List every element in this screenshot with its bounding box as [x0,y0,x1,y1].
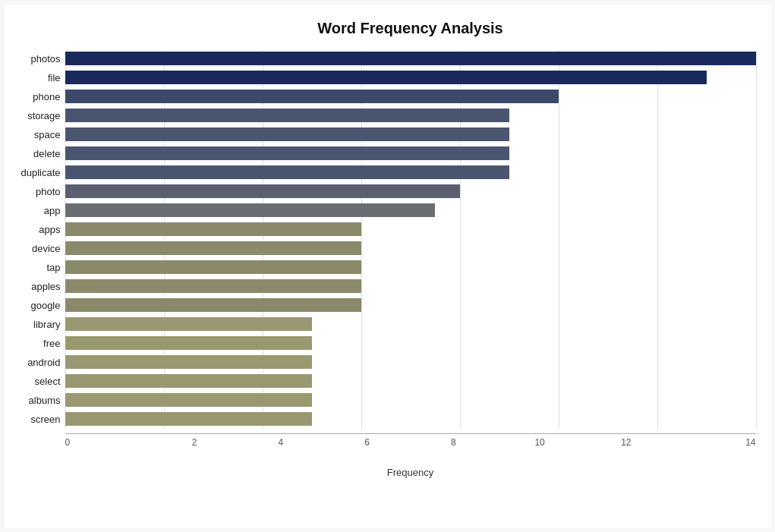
bar-row: library [65,315,756,334]
bar-fill [65,298,361,313]
bar-label: screen [6,414,61,425]
bar-row: albums [65,391,756,410]
chart-title: Word Frequency Analysis [65,20,756,37]
bar-label: apples [6,281,61,292]
x-tick-label: 0 [65,437,152,448]
bar-fill [65,260,361,275]
bar-fill [65,52,756,66]
bar-label: duplicate [6,167,61,178]
bar-row: phone [65,87,756,106]
bar-fill [65,374,312,389]
bar-fill [65,127,509,142]
x-tick-label: 2 [151,437,238,448]
bar-label: select [6,376,61,387]
bar-fill [65,412,312,427]
bar-row: space [65,125,756,144]
x-axis-label: Frequency [65,467,756,478]
bar-fill [65,336,312,351]
bar-fill [65,222,361,237]
bar-label: device [6,243,61,254]
bar-label: apps [6,224,61,235]
bar-label: phone [6,91,61,102]
bar-row: free [65,334,756,353]
bar-fill [65,241,361,256]
bar-label: free [6,338,61,349]
bar-row: storage [65,106,756,125]
bar-label: library [6,319,61,330]
bar-fill [65,165,509,180]
bar-fill [65,279,361,294]
x-tick-label: 6 [324,437,411,448]
bar-row: photo [65,182,756,201]
bar-row: apps [65,220,756,239]
chart-container: Word Frequency Analysis photosfilephones… [5,5,771,528]
bar-fill [65,203,436,218]
bar-row: android [65,353,756,372]
bar-label: file [6,72,61,83]
bar-fill [65,393,312,408]
bar-label: app [6,205,61,216]
bar-fill [65,90,559,104]
bar-label: tap [6,262,61,273]
bar-row: delete [65,144,756,163]
grid-line [756,49,757,429]
x-tick-label: 12 [583,437,669,448]
bar-fill [65,71,707,85]
bar-fill [65,109,509,123]
bar-label: albums [6,395,61,406]
bar-row: screen [65,410,756,429]
bar-row: file [65,68,756,87]
bar-fill [65,355,312,370]
bar-row: duplicate [65,163,756,182]
x-tick-label: 10 [496,437,583,448]
bar-row: app [65,201,756,220]
x-tick-label: 8 [411,437,497,448]
bar-fill [65,184,460,199]
bar-row: google [65,296,756,315]
bar-row: select [65,372,756,391]
bar-row: apples [65,277,756,296]
bar-fill [65,146,509,161]
bar-row: photos [65,49,756,68]
x-tick-label: 14 [669,437,756,448]
bar-label: photos [6,53,61,65]
bar-label: photo [6,186,61,197]
bar-fill [65,317,312,332]
x-tick-label: 4 [238,437,324,448]
bar-row: tap [65,258,756,277]
bar-label: delete [6,148,61,159]
bar-label: google [6,300,61,311]
bar-row: device [65,239,756,258]
bar-label: android [6,357,61,368]
bar-label: space [6,129,61,140]
bar-label: storage [6,110,61,121]
